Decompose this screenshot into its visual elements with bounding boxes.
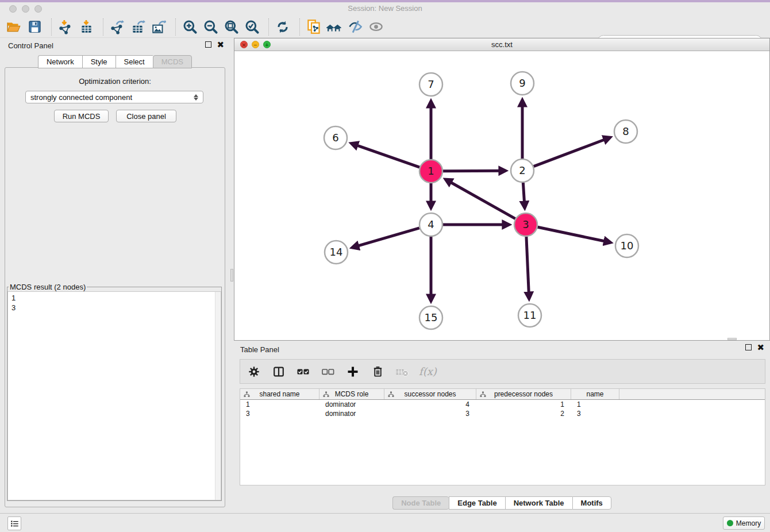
node-table[interactable]: shared nameMCDS rolesuccessor nodesprede…: [240, 388, 765, 485]
deselect-all-columns-button[interactable]: [320, 364, 336, 380]
tab-network[interactable]: Network: [38, 55, 82, 68]
float-panel-icon[interactable]: [205, 41, 211, 48]
select-all-columns-button[interactable]: [295, 364, 311, 380]
task-history-button[interactable]: [7, 516, 21, 530]
edge-1-to-2[interactable]: [443, 171, 506, 171]
tab-mcds[interactable]: MCDS: [153, 55, 192, 68]
zoom-out-icon: [203, 19, 218, 34]
cell-MCDS-role: dominator: [319, 409, 384, 418]
select-stepper-icon: [194, 94, 198, 101]
table-row-1[interactable]: 1dominator411: [240, 400, 765, 409]
node-label-7: 7: [428, 78, 434, 90]
zoom-selected-button[interactable]: [241, 17, 262, 37]
memory-button[interactable]: Memory: [723, 516, 765, 530]
edge-1-to-6[interactable]: [351, 144, 419, 168]
cell-successor-nodes: 3: [384, 409, 476, 418]
show-all-button[interactable]: [365, 17, 386, 37]
column-type-icon: [388, 391, 394, 398]
cell-name: 1: [571, 400, 619, 409]
zoom-in-button[interactable]: [179, 17, 200, 37]
window-traffic-lights[interactable]: [9, 5, 42, 13]
zoom-fit-icon: [224, 19, 239, 34]
new-network-from-selection-button[interactable]: [303, 17, 324, 37]
close-window-icon[interactable]: [9, 5, 17, 13]
trash-icon: [371, 365, 384, 378]
table-settings-button[interactable]: [246, 364, 262, 380]
first-neighbors-icon: [326, 20, 343, 34]
first-neighbors-button[interactable]: [324, 17, 345, 37]
tab-network-table[interactable]: Network Table: [505, 496, 572, 510]
optimization-criterion-value: strongly connected component: [30, 93, 132, 102]
node-label-2: 2: [519, 164, 525, 176]
tab-node-table[interactable]: Node Table: [392, 496, 449, 510]
column-header-filler: [619, 389, 765, 399]
delete-table-button[interactable]: [394, 364, 410, 380]
column-header-shared-name[interactable]: shared name: [240, 389, 319, 399]
toolbar-separator: [170, 18, 176, 36]
create-column-button[interactable]: [345, 364, 361, 380]
hide-selected-button[interactable]: [345, 17, 365, 37]
refresh-button[interactable]: [272, 17, 293, 37]
mcds-result-scrollbar[interactable]: [215, 292, 221, 500]
close-panel-icon[interactable]: ✖: [217, 41, 224, 48]
fx-icon: f(x): [419, 365, 437, 377]
edge-4-to-14[interactable]: [352, 228, 419, 248]
zoom-fit-button[interactable]: [221, 17, 241, 37]
column-header-predecessor-nodes[interactable]: predecessor nodes: [476, 389, 571, 399]
edge-3-to-11[interactable]: [526, 237, 529, 299]
export-image-button[interactable]: [148, 17, 169, 37]
import-network-button[interactable]: [55, 17, 76, 37]
checked-checkboxes-icon: [297, 365, 310, 379]
network-graph-canvas[interactable]: 7968124314101511: [234, 51, 769, 340]
table-row-3[interactable]: 3dominator323: [240, 409, 765, 418]
edge-3-to-10[interactable]: [538, 227, 611, 242]
optimization-criterion-select[interactable]: strongly connected component: [25, 91, 203, 103]
function-builder-button[interactable]: f(x): [419, 364, 437, 380]
open-file-button[interactable]: [3, 17, 24, 37]
hide-selected-eye-slash-icon: [348, 19, 363, 34]
column-type-icon: [244, 391, 250, 398]
zoom-out-button[interactable]: [200, 17, 221, 37]
network-view-window: ✕ − + scc.txt 7968124314101511: [234, 38, 770, 341]
mcds-result-textarea[interactable]: 1 3: [7, 291, 221, 500]
tab-select[interactable]: Select: [116, 55, 153, 68]
window-titlebar: Session: New Session: [0, 0, 770, 16]
column-header-MCDS-role[interactable]: MCDS role: [319, 389, 384, 399]
horizontal-splitter-handle[interactable]: [727, 338, 737, 340]
zoom-window-icon[interactable]: [34, 5, 42, 13]
close-panel-button[interactable]: Close panel: [116, 110, 176, 122]
unchecked-checkboxes-icon: [321, 365, 335, 379]
edge-2-to-3[interactable]: [523, 183, 525, 208]
vertical-splitter[interactable]: [230, 38, 234, 510]
import-table-button[interactable]: [76, 17, 97, 37]
node-label-8: 8: [622, 125, 629, 137]
list-icon: [10, 519, 19, 528]
network-close-icon[interactable]: ✕: [240, 41, 248, 48]
minimize-window-icon[interactable]: [22, 5, 29, 13]
cell-name: 3: [571, 409, 619, 418]
column-header-name[interactable]: name: [571, 389, 619, 399]
float-table-panel-icon[interactable]: [745, 344, 752, 350]
export-network-icon: [110, 20, 125, 34]
export-network-button[interactable]: [107, 17, 128, 37]
tab-edge-table[interactable]: Edge Table: [449, 496, 505, 510]
delete-columns-button[interactable]: [369, 364, 386, 380]
column-header-successor-nodes[interactable]: successor nodes: [384, 389, 476, 399]
tab-style[interactable]: Style: [82, 55, 116, 68]
tab-motifs[interactable]: Motifs: [572, 496, 611, 510]
edge-2-to-8[interactable]: [534, 137, 610, 166]
import-network-icon: [58, 20, 73, 34]
vertical-splitter-handle[interactable]: [230, 269, 233, 282]
export-table-button[interactable]: [128, 17, 148, 37]
close-table-panel-icon[interactable]: ✖: [757, 344, 764, 350]
show-columns-button[interactable]: [271, 364, 287, 380]
node-label-3: 3: [522, 218, 529, 230]
network-maximize-icon[interactable]: +: [263, 41, 271, 48]
gear-icon: [248, 365, 260, 378]
run-mcds-button[interactable]: Run MCDS: [54, 110, 109, 122]
edge-3-to-1[interactable]: [445, 179, 515, 218]
network-minimize-icon[interactable]: −: [252, 41, 259, 48]
network-window-titlebar[interactable]: ✕ − + scc.txt: [234, 38, 769, 51]
mcds-result-text: 1 3: [8, 292, 221, 314]
save-session-button[interactable]: [24, 17, 45, 37]
